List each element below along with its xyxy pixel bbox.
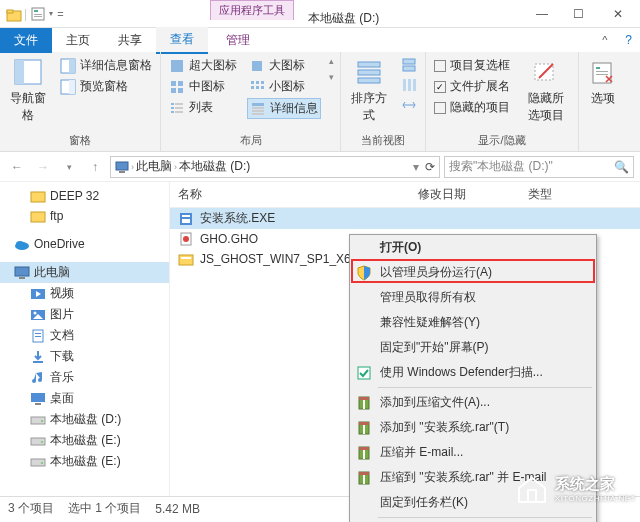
back-button[interactable]: ← bbox=[6, 156, 28, 178]
col-date[interactable]: 修改日期 bbox=[410, 182, 520, 207]
item-checkboxes-toggle[interactable]: 项目复选框 bbox=[432, 56, 512, 75]
svg-rect-19 bbox=[171, 107, 174, 109]
chevron-right-icon[interactable]: › bbox=[131, 162, 134, 172]
qat-dropdown-icon[interactable]: ▾ bbox=[49, 9, 53, 18]
chevron-right-icon[interactable]: › bbox=[174, 162, 177, 172]
tab-home[interactable]: 主页 bbox=[52, 28, 104, 53]
layout-large[interactable]: 大图标 bbox=[247, 56, 321, 75]
hide-selected-button[interactable]: 隐藏所选项目 bbox=[520, 56, 572, 126]
tree-node-onedrive[interactable]: OneDrive bbox=[0, 234, 169, 254]
refresh-icon[interactable]: ⟳ bbox=[421, 160, 435, 174]
tree-node-pictures[interactable]: 图片 bbox=[0, 304, 169, 325]
size-columns-button[interactable] bbox=[399, 96, 419, 114]
svg-rect-39 bbox=[403, 79, 406, 91]
col-name[interactable]: 名称 bbox=[170, 182, 410, 207]
forward-button[interactable]: → bbox=[32, 156, 54, 178]
svg-point-71 bbox=[41, 462, 43, 464]
layout-details[interactable]: 详细信息 bbox=[247, 98, 321, 119]
add-columns-button[interactable] bbox=[399, 76, 419, 94]
tree-node-documents[interactable]: 文档 bbox=[0, 325, 169, 346]
menu-add-archive[interactable]: 添加到压缩文件(A)... bbox=[350, 390, 596, 415]
search-input[interactable]: 搜索"本地磁盘 (D:)" 🔍 bbox=[444, 156, 634, 178]
menu-take-ownership[interactable]: 管理员取得所有权 bbox=[350, 285, 596, 310]
list-item[interactable]: 安装系统.EXE bbox=[170, 208, 640, 229]
crumb-drive[interactable]: 本地磁盘 (D:) bbox=[179, 158, 250, 175]
svg-rect-5 bbox=[34, 16, 42, 17]
svg-point-69 bbox=[41, 441, 43, 443]
ribbon-collapse-icon[interactable]: ^ bbox=[592, 34, 617, 46]
tree-node-this-pc[interactable]: 此电脑 bbox=[0, 262, 169, 283]
address-dropdown-icon[interactable]: ▾ bbox=[413, 160, 419, 174]
tree-node-drive[interactable]: 本地磁盘 (E:) bbox=[0, 451, 169, 472]
search-icon[interactable]: 🔍 bbox=[614, 160, 629, 174]
svg-rect-30 bbox=[252, 103, 264, 106]
maximize-button[interactable]: ☐ bbox=[560, 0, 596, 27]
svg-rect-79 bbox=[358, 367, 370, 379]
history-dropdown[interactable]: ▾ bbox=[58, 156, 80, 178]
svg-rect-53 bbox=[15, 267, 29, 276]
svg-rect-78 bbox=[181, 257, 191, 259]
tree-node-desktop[interactable]: 桌面 bbox=[0, 388, 169, 409]
tree-node-videos[interactable]: 视频 bbox=[0, 283, 169, 304]
tree-node[interactable]: DEEP 32 bbox=[0, 186, 169, 206]
svg-rect-3 bbox=[34, 10, 38, 12]
sort-by-button[interactable]: 排序方式 bbox=[347, 56, 391, 126]
close-button[interactable]: ✕ bbox=[596, 0, 640, 27]
svg-rect-23 bbox=[252, 61, 262, 71]
watermark-url: XITONGZHIJIA.NET bbox=[555, 494, 636, 503]
menu-add-rar[interactable]: 添加到 "安装系统.rar"(T) bbox=[350, 415, 596, 440]
tree-node[interactable]: ftp bbox=[0, 206, 169, 226]
folder-icon bbox=[30, 188, 46, 204]
menu-pin-start[interactable]: 固定到"开始"屏幕(P) bbox=[350, 335, 596, 360]
menu-defender-scan[interactable]: 使用 Windows Defender扫描... bbox=[350, 360, 596, 385]
svg-rect-20 bbox=[175, 107, 183, 109]
svg-rect-22 bbox=[175, 111, 183, 113]
qat-overflow[interactable]: = bbox=[57, 8, 63, 20]
menu-compatibility[interactable]: 兼容性疑难解答(Y) bbox=[350, 310, 596, 335]
layout-extra-large[interactable]: 超大图标 bbox=[167, 56, 239, 75]
tree-node-drive[interactable]: 本地磁盘 (D:) bbox=[0, 409, 169, 430]
status-size: 5.42 MB bbox=[155, 502, 200, 516]
file-extensions-toggle[interactable]: 文件扩展名 bbox=[432, 77, 512, 96]
nav-pane-button[interactable]: 导航窗格 bbox=[6, 56, 50, 126]
layout-small[interactable]: 小图标 bbox=[247, 77, 321, 96]
defender-icon bbox=[356, 365, 372, 381]
help-icon[interactable]: ? bbox=[617, 33, 640, 47]
navigation-tree[interactable]: DEEP 32 ftp OneDrive 此电脑 视频 图片 文档 下载 音乐 … bbox=[0, 182, 170, 496]
drive-icon bbox=[30, 433, 46, 449]
up-button[interactable]: ↑ bbox=[84, 156, 106, 178]
menu-compress-email[interactable]: 压缩并 E-mail... bbox=[350, 440, 596, 465]
layout-scroll-down[interactable]: ▾ bbox=[329, 72, 334, 82]
desktop-icon bbox=[30, 391, 46, 407]
watermark: 系统之家 XITONGZHIJIA.NET bbox=[515, 472, 636, 506]
tree-node-music[interactable]: 音乐 bbox=[0, 367, 169, 388]
crumb-pc[interactable]: 此电脑 bbox=[136, 158, 172, 175]
preview-pane-button[interactable]: 预览窗格 bbox=[58, 77, 154, 96]
detail-pane-button[interactable]: 详细信息窗格 bbox=[58, 56, 154, 75]
svg-rect-46 bbox=[596, 74, 608, 75]
svg-rect-70 bbox=[31, 459, 45, 466]
group-show-hide: 项目复选框 文件扩展名 隐藏的项目 隐藏所选项目 显示/隐藏 bbox=[426, 52, 579, 151]
tab-manage[interactable]: 管理 bbox=[212, 28, 264, 53]
options-button[interactable]: 选项 bbox=[585, 56, 621, 109]
group-by-button[interactable] bbox=[399, 56, 419, 74]
hidden-items-toggle[interactable]: 隐藏的项目 bbox=[432, 98, 512, 117]
col-type[interactable]: 类型 bbox=[520, 182, 640, 207]
tab-view[interactable]: 查看 bbox=[156, 27, 208, 54]
layout-list[interactable]: 列表 bbox=[167, 98, 239, 117]
layout-medium[interactable]: 中图标 bbox=[167, 77, 239, 96]
svg-rect-17 bbox=[171, 103, 174, 105]
menu-run-as-admin[interactable]: 以管理员身份运行(A) bbox=[350, 260, 596, 285]
properties-icon[interactable] bbox=[31, 7, 45, 21]
layout-scroll-up[interactable]: ▴ bbox=[329, 56, 334, 66]
tab-file[interactable]: 文件 bbox=[0, 28, 52, 53]
minimize-button[interactable]: — bbox=[524, 0, 560, 27]
tree-node-drive[interactable]: 本地磁盘 (E:) bbox=[0, 430, 169, 451]
svg-rect-50 bbox=[31, 212, 45, 222]
breadcrumb[interactable]: › 此电脑 › 本地磁盘 (D:) ▾ ⟳ bbox=[110, 156, 440, 178]
tree-node-downloads[interactable]: 下载 bbox=[0, 346, 169, 367]
menu-open[interactable]: 打开(O) bbox=[350, 235, 596, 260]
tab-share[interactable]: 共享 bbox=[104, 28, 156, 53]
gho-icon bbox=[178, 231, 194, 247]
svg-rect-77 bbox=[179, 255, 193, 265]
